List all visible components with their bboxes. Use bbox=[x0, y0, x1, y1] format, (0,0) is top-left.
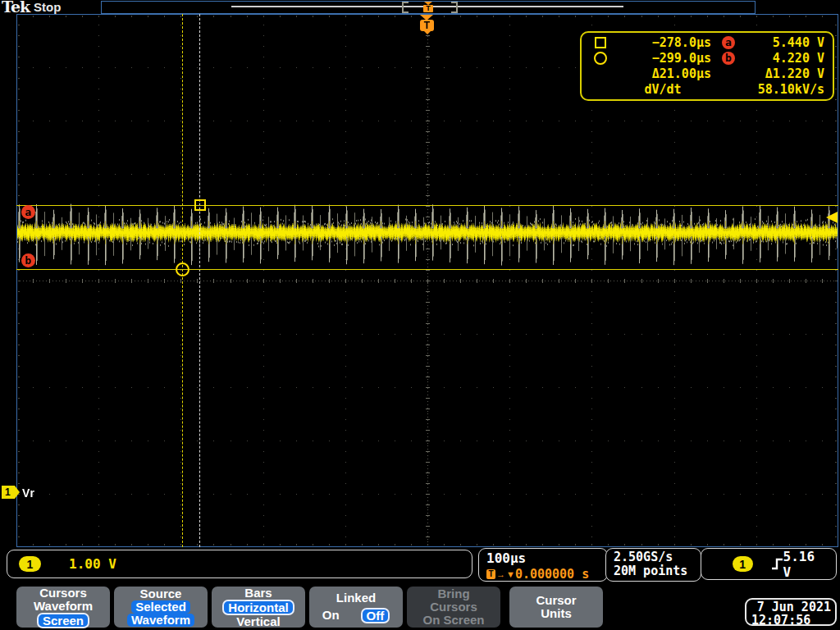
dvdt-value: 58.10kV/s bbox=[758, 82, 824, 97]
channel-1-badge: 1 bbox=[19, 556, 41, 572]
dvdt-label: dV/dt bbox=[644, 82, 681, 97]
trigger-flag-label: T bbox=[420, 20, 434, 31]
cursor-a-badge-readout: a bbox=[722, 36, 735, 49]
time-value: 12:07:56 bbox=[751, 614, 835, 627]
channel-1-readout[interactable]: 1 1.00 V bbox=[7, 550, 472, 578]
menu-bring-line2: Cursors bbox=[430, 600, 477, 614]
timebase-scale: 100µs bbox=[486, 550, 607, 566]
menu-button-cursors[interactable]: Cursors Waveform Screen bbox=[16, 587, 110, 628]
cursor-b-circle-icon bbox=[594, 52, 607, 65]
trigger-readout[interactable]: 1 5.16 V bbox=[701, 548, 837, 580]
menu-button-bars[interactable]: Bars Horizontal Vertical bbox=[212, 587, 305, 628]
cursor-delta-voltage: Δ1.220 V bbox=[765, 66, 824, 81]
menu-bars-option-vertical[interactable]: Vertical bbox=[236, 615, 280, 628]
arrow-right-icon: → bbox=[496, 569, 505, 579]
cursor-a-horizontal-line[interactable] bbox=[16, 205, 838, 206]
triangle-down-icon: ▼ bbox=[506, 569, 515, 579]
oscilloscope-screen: Tek Stop T T a b 1 Vr −278.0µs bbox=[0, 0, 840, 630]
cursor-a-badge: a bbox=[21, 205, 35, 219]
cursor-a-time: −278.0µs bbox=[652, 35, 711, 50]
menu-button-cursor-units[interactable]: Cursor Units bbox=[509, 587, 603, 628]
menu-button-linked[interactable]: Linked On Off bbox=[309, 587, 403, 628]
trigger-tick-label: T bbox=[423, 5, 433, 12]
cursor-a-square-icon bbox=[595, 37, 606, 48]
cursor-b-vertical-line[interactable] bbox=[182, 14, 183, 547]
cursor-b-voltage: 4.220 V bbox=[773, 51, 824, 66]
waveform-label: Vr bbox=[22, 486, 35, 500]
window-bracket-right-icon bbox=[451, 2, 458, 13]
menu-linked-option-off[interactable]: Off bbox=[361, 608, 390, 623]
trigger-t-icon: T bbox=[486, 569, 495, 579]
menu-cursors-option-waveform[interactable]: Waveform bbox=[34, 600, 93, 613]
menu-source-option-selected[interactable]: Selected bbox=[131, 600, 190, 614]
menu-bring-line1: Bring bbox=[437, 587, 469, 600]
menu-cursors-option-screen[interactable]: Screen bbox=[37, 613, 89, 628]
acquisition-readout[interactable]: 2.50GS/s 20M points bbox=[605, 548, 701, 582]
cursor-a-voltage: 5.440 V bbox=[773, 35, 824, 50]
cursor-readout-panel: −278.0µs a 5.440 V −299.0µs b 4.220 V Δ2… bbox=[580, 31, 834, 101]
date-value: 7 Jun 2021 bbox=[751, 600, 835, 614]
menu-linked-title: Linked bbox=[336, 591, 376, 605]
cursor-a-square-marker[interactable] bbox=[194, 199, 206, 211]
cursor-b-circle-marker[interactable] bbox=[176, 262, 189, 276]
cursor-b-badge: b bbox=[21, 253, 35, 267]
menu-button-source[interactable]: Source Selected Waveform bbox=[114, 587, 208, 628]
menu-units-line2: Units bbox=[541, 607, 572, 620]
menu-linked-option-on[interactable]: On bbox=[322, 609, 340, 622]
cursor-b-time: −299.0µs bbox=[652, 51, 711, 66]
trigger-position-flag-icon[interactable]: T bbox=[420, 15, 434, 34]
menu-button-bring-cursors[interactable]: Bring Cursors On Screen bbox=[407, 587, 500, 628]
sample-rate: 2.50GS/s bbox=[614, 550, 701, 564]
menu-source-title: Source bbox=[140, 587, 182, 600]
trigger-source-badge: 1 bbox=[733, 556, 753, 572]
trigger-level-value: 5.16 V bbox=[783, 549, 826, 580]
horizontal-readout[interactable]: 100µs T → ▼ 0.000000 s bbox=[478, 548, 608, 582]
trigger-delay-value: 0.000000 s bbox=[515, 567, 589, 582]
trigger-flag-point-icon bbox=[424, 31, 431, 34]
menu-bring-line3: On Screen bbox=[422, 614, 484, 627]
trigger-level-arrow-icon[interactable] bbox=[826, 212, 838, 223]
menu-cursors-title: Cursors bbox=[39, 587, 87, 600]
cursor-delta-time: Δ21.00µs bbox=[652, 66, 711, 81]
menu-source-option-waveform[interactable]: Waveform bbox=[127, 614, 194, 627]
record-length: 20M points bbox=[614, 564, 701, 578]
cursor-a-vertical-line[interactable] bbox=[199, 14, 200, 547]
datetime-display: 7 Jun 2021 12:07:56 bbox=[745, 598, 837, 626]
channel-1-scale: 1.00 V bbox=[69, 556, 116, 572]
window-bracket-left-icon bbox=[402, 2, 409, 13]
menu-units-line1: Cursor bbox=[536, 594, 576, 607]
acquisition-status: Stop bbox=[34, 0, 61, 14]
cursor-b-horizontal-line[interactable] bbox=[16, 269, 838, 270]
rising-edge-icon bbox=[771, 557, 783, 571]
menu-bars-option-horizontal[interactable]: Horizontal bbox=[222, 600, 294, 615]
menu-bars-title: Bars bbox=[244, 587, 272, 600]
trigger-position-tick-icon[interactable]: T bbox=[423, 2, 433, 12]
record-view-bar: T bbox=[101, 1, 756, 14]
cursor-b-badge-readout: b bbox=[722, 52, 735, 65]
